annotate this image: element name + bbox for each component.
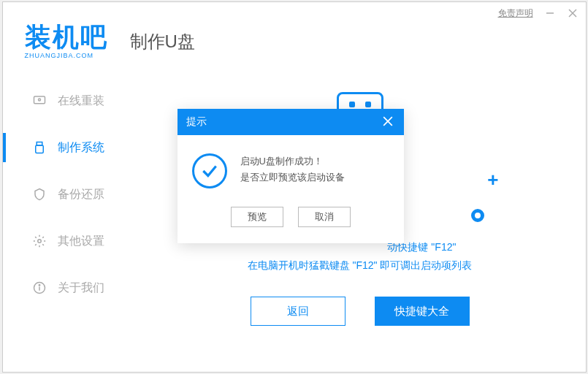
dialog-actions: 预览 取消 xyxy=(177,203,404,243)
close-button[interactable] xyxy=(567,7,579,19)
logo: 装机吧 ZHUANGJIBA.COM xyxy=(25,24,108,59)
svg-rect-6 xyxy=(35,145,43,153)
nav-label: 制作系统 xyxy=(58,140,104,156)
titlebar: 免责声明 xyxy=(3,2,586,24)
logo-subtext: ZHUANGJIBA.COM xyxy=(25,52,94,59)
svg-point-7 xyxy=(37,240,41,243)
nav-make-system[interactable]: 制作系统 xyxy=(3,124,134,171)
dialog-title: 提示 xyxy=(186,115,207,129)
nav-other-settings[interactable]: 其他设置 xyxy=(3,218,134,264)
disclaimer-link[interactable]: 免责声明 xyxy=(498,7,533,20)
info-icon xyxy=(32,280,47,295)
actions: 返回 快捷键大全 xyxy=(251,297,470,326)
svg-point-4 xyxy=(38,99,40,101)
ring-icon xyxy=(471,209,484,222)
usb-icon xyxy=(32,140,47,155)
tips: 动快捷键 "F12" 在电脑开机时猛戳键盘 "F12" 即可调出启动项列表 xyxy=(248,238,473,275)
dialog-close-button[interactable] xyxy=(381,115,395,130)
preview-button[interactable]: 预览 xyxy=(231,207,283,227)
page-title: 制作U盘 xyxy=(130,30,195,53)
dialog-header: 提示 xyxy=(177,109,404,135)
cancel-button[interactable]: 取消 xyxy=(298,207,351,227)
plus-icon: + xyxy=(487,169,498,191)
gear-icon xyxy=(32,234,47,248)
dialog-body: 启动U盘制作成功！ 是否立即预览该启动设备 xyxy=(177,135,404,203)
nav-online-reinstall[interactable]: 在线重装 xyxy=(3,77,134,124)
svg-point-10 xyxy=(39,285,40,286)
app-window: 免责声明 装机吧 ZHUANGJIBA.COM 制作U盘 在线重装 xyxy=(2,1,587,373)
shortcuts-button[interactable]: 快捷键大全 xyxy=(375,297,470,326)
nav-label: 备份还原 xyxy=(58,187,104,202)
tip-line-2: 在电脑开机时猛戳键盘 "F12" 即可调出启动项列表 xyxy=(248,256,473,275)
nav-label: 在线重装 xyxy=(58,94,104,109)
minimize-button[interactable] xyxy=(544,7,556,19)
logo-text: 装机吧 xyxy=(25,24,108,50)
monitor-icon xyxy=(32,94,47,108)
nav-label: 关于我们 xyxy=(58,280,104,296)
dialog-message: 启动U盘制作成功！ 是否立即预览该启动设备 xyxy=(240,153,345,186)
shield-icon xyxy=(32,187,47,202)
nav-backup-restore[interactable]: 备份还原 xyxy=(3,171,134,218)
checkmark-icon xyxy=(192,153,227,188)
sidebar: 在线重装 制作系统 备份还原 其他设置 xyxy=(3,70,134,372)
header: 装机吧 ZHUANGJIBA.COM 制作U盘 xyxy=(3,24,586,70)
svg-rect-3 xyxy=(34,96,45,104)
back-button[interactable]: 返回 xyxy=(251,297,345,326)
success-dialog: 提示 启动U盘制作成功！ 是否立即预览该启动设备 预览 取消 xyxy=(177,109,404,243)
dialog-line-1: 启动U盘制作成功！ xyxy=(240,153,345,169)
nav-label: 其他设置 xyxy=(58,234,104,249)
dialog-line-2: 是否立即预览该启动设备 xyxy=(240,169,345,186)
nav-about[interactable]: 关于我们 xyxy=(3,264,134,311)
